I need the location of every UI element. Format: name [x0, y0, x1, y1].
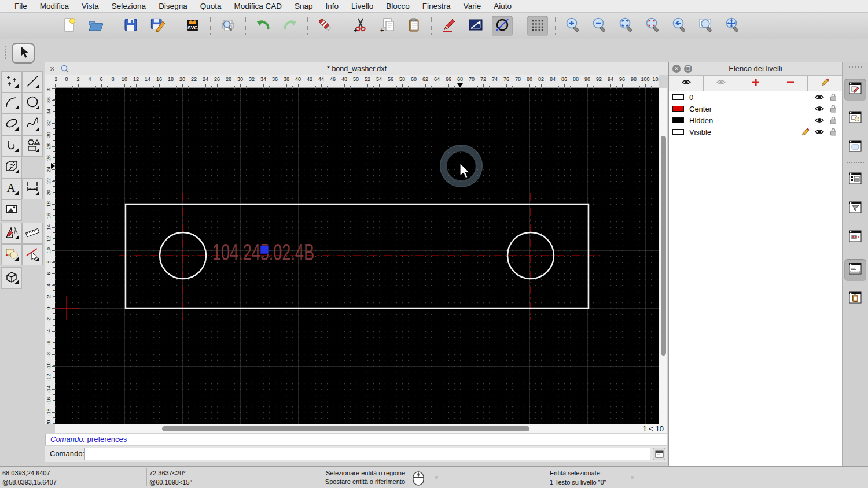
paste-icon [405, 16, 422, 36]
menu-quota[interactable]: Quota [194, 0, 228, 13]
close-panel-icon[interactable]: ✕ [672, 65, 681, 73]
layer-visibility-eye-icon[interactable] [814, 115, 825, 125]
menu-blocco[interactable]: Blocco [380, 0, 416, 13]
tool-ellipse-button[interactable] [1, 114, 22, 135]
paste-button[interactable] [403, 16, 424, 36]
tool-modify-icon [4, 225, 19, 242]
zoom-selection-button[interactable] [642, 16, 663, 36]
zoom-pan-button[interactable] [722, 16, 743, 36]
dock-measurement-button[interactable] [844, 227, 866, 249]
tool-circle-button[interactable] [22, 93, 43, 114]
menu-varie[interactable]: Varie [457, 0, 488, 13]
menu-aiuto[interactable]: Aiuto [487, 0, 518, 13]
layer-remove-button[interactable] [773, 76, 808, 91]
line-attributes-button[interactable] [465, 16, 486, 36]
zoom-previous-button[interactable] [669, 16, 690, 36]
export-svg-button[interactable]: SVG [182, 16, 203, 36]
toolbar-separator [113, 17, 113, 35]
menu-livello[interactable]: Livello [345, 0, 380, 13]
dock-grip[interactable] [848, 66, 863, 68]
layer-edit-button[interactable] [808, 76, 842, 91]
layer-row-hidden[interactable]: Hidden [669, 114, 842, 126]
tool-hatch-button[interactable] [1, 157, 22, 178]
menu-modifica[interactable]: Modifica [34, 0, 75, 13]
layer-visibility-eye-icon[interactable] [814, 127, 825, 137]
horizontal-scrollbar[interactable]: 1 < 10 [55, 424, 667, 433]
cut-button[interactable]: + [350, 16, 371, 36]
zoom-out-button[interactable] [589, 16, 610, 36]
tool-measure-button[interactable] [22, 223, 43, 244]
dock-selection-filter-button[interactable] [844, 198, 866, 220]
toolbar-grip[interactable] [5, 45, 6, 60]
menu-snap[interactable]: Snap [288, 0, 319, 13]
tool-text-button[interactable]: A [1, 178, 22, 199]
menu-vista[interactable]: Vista [75, 0, 105, 13]
tool-polyline-button[interactable] [1, 135, 22, 157]
tool-3d-solid-button[interactable] [1, 267, 22, 289]
float-panel-icon[interactable]: ❐ [684, 65, 692, 73]
selection-pointer-button[interactable] [12, 43, 35, 64]
tool-image-button[interactable] [1, 199, 22, 221]
horizontal-scrollbar-thumb[interactable] [162, 426, 529, 431]
tool-snap-button[interactable] [22, 244, 43, 265]
zoom-in-button[interactable] [562, 16, 583, 36]
open-file-button[interactable] [85, 16, 106, 36]
menu-disegna[interactable]: Disegna [152, 0, 194, 13]
dock-library-browser-button[interactable] [844, 136, 866, 158]
command-window-toggle-button[interactable] [653, 448, 665, 460]
dock-entity-list-button[interactable] [844, 169, 866, 191]
layer-row-visible[interactable]: Visible [669, 126, 842, 138]
tool-arc-button[interactable] [1, 93, 22, 114]
layer-row-center[interactable]: Center [669, 103, 842, 114]
zoom-auto-button[interactable] [616, 16, 637, 36]
layer-row-0[interactable]: 0 [669, 91, 842, 103]
command-input[interactable] [84, 448, 650, 460]
layer-lock-icon[interactable] [828, 127, 838, 137]
dock-clipboard-icon [848, 291, 862, 307]
tool-text-icon: A [4, 180, 19, 198]
drawing-canvas[interactable]: 104.245.02.4B [55, 88, 659, 424]
zoom-window-button[interactable] [696, 16, 716, 36]
grid-toggle-button[interactable] [527, 16, 548, 36]
dock-block-list-button[interactable] [844, 108, 866, 130]
menu-modifica-cad[interactable]: Modifica CAD [227, 0, 288, 13]
copy-button[interactable]: + [377, 16, 398, 36]
tool-spline-button[interactable] [22, 114, 43, 135]
tool-block-button[interactable] [1, 244, 22, 265]
undo-button[interactable] [253, 16, 274, 36]
save-as-button[interactable] [147, 16, 168, 36]
layer-lock-icon[interactable] [828, 92, 838, 102]
print-preview-button[interactable] [218, 16, 238, 36]
redo-button[interactable] [279, 16, 300, 36]
save-button[interactable] [120, 16, 141, 36]
toolbar-grip[interactable] [37, 45, 39, 60]
menu-info[interactable]: Info [319, 0, 345, 13]
dock-command-line-button[interactable] [844, 259, 866, 281]
layer-lock-icon[interactable] [828, 103, 838, 114]
toolbar-separator [431, 17, 432, 35]
delete-button[interactable] [315, 16, 336, 36]
vertical-scrollbar-thumb[interactable] [661, 136, 666, 356]
layers-show-all-button[interactable] [669, 76, 704, 91]
layer-visibility-eye-icon[interactable] [814, 92, 825, 102]
tool-3d-solid-icon [4, 269, 19, 287]
layers-hide-all-button[interactable] [704, 76, 738, 91]
tool-line-button[interactable] [22, 71, 43, 93]
dock-layer-list-button[interactable] [844, 79, 866, 101]
menu-seleziona[interactable]: Seleziona [105, 0, 152, 13]
layer-visibility-eye-icon[interactable] [814, 103, 825, 114]
vertical-scrollbar[interactable] [659, 88, 667, 424]
dock-clipboard-button[interactable] [844, 288, 866, 310]
tool-modify-button[interactable] [1, 223, 22, 244]
new-document-button[interactable] [58, 16, 79, 36]
tool-dimension-button[interactable] [22, 178, 43, 199]
menu-file[interactable]: File [8, 0, 34, 13]
tool-points-button[interactable] [1, 71, 22, 93]
tool-shape-button[interactable] [22, 135, 43, 157]
layer-lock-icon[interactable] [828, 115, 838, 125]
edit-attributes-button[interactable] [439, 16, 459, 36]
draft-mode-button[interactable] [492, 16, 513, 36]
menu-finestra[interactable]: Finestra [416, 0, 457, 13]
layer-add-button[interactable] [738, 76, 773, 91]
layer-color-swatch [672, 117, 684, 123]
